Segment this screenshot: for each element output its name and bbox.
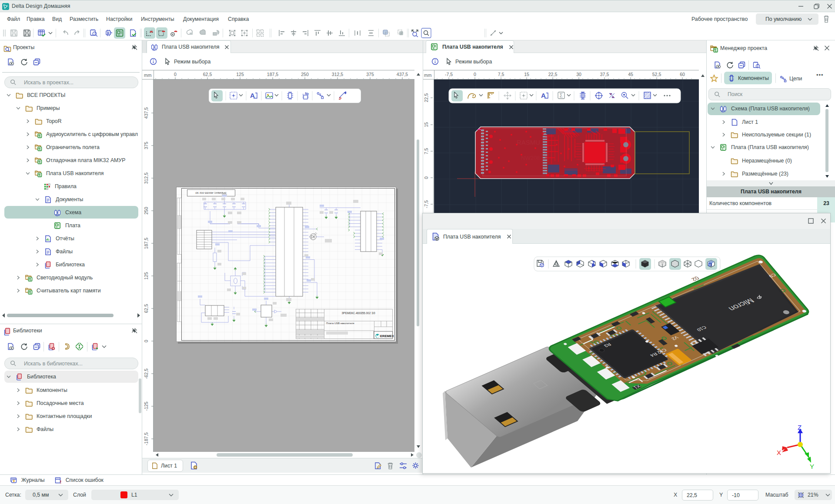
- svg-text:250: 250: [301, 72, 309, 77]
- svg-text:312,5: 312,5: [144, 172, 149, 184]
- svg-text:37,5: 37,5: [600, 72, 609, 77]
- svg-text:-125: -125: [144, 401, 149, 411]
- svg-text:ЗРЕМЕКС.469355.002 ЭЗ: ЗРЕМЕКС.469355.002 ЭЗ: [341, 312, 375, 315]
- svg-text:15: 15: [424, 122, 429, 127]
- svg-text:62,5: 62,5: [144, 304, 149, 313]
- svg-text:7,5: 7,5: [498, 72, 504, 77]
- svg-text:437,5: 437,5: [397, 72, 408, 77]
- svg-text:mm: mm: [424, 73, 432, 78]
- svg-text:X: X: [777, 449, 781, 456]
- svg-text:375: 375: [366, 72, 374, 77]
- svg-text:22,5: 22,5: [548, 72, 558, 77]
- svg-text:62,5: 62,5: [203, 72, 212, 77]
- svg-text:7,5: 7,5: [424, 148, 429, 155]
- svg-text:45: 45: [628, 72, 633, 77]
- svg-text:-62,5: -62,5: [144, 368, 149, 379]
- svg-text:0: 0: [144, 340, 149, 342]
- svg-text:15: 15: [524, 72, 529, 77]
- svg-text:RASMU: RASMU: [517, 139, 540, 146]
- svg-text:0: 0: [174, 72, 177, 77]
- svg-text:30: 30: [576, 72, 581, 77]
- svg-text:125: 125: [144, 272, 149, 280]
- svg-text:EREMEX: EREMEX: [380, 334, 394, 338]
- svg-text:125: 125: [236, 72, 244, 77]
- svg-text:-187,5: -187,5: [144, 432, 149, 445]
- svg-text:Y: Y: [810, 463, 814, 470]
- svg-text:22,5: 22,5: [424, 93, 429, 103]
- svg-text:Плата USB накопителя: Плата USB накопителя: [326, 322, 354, 325]
- svg-text:250: 250: [144, 207, 149, 215]
- svg-text:NW208: NW208: [521, 155, 540, 161]
- svg-text:375: 375: [144, 142, 149, 149]
- svg-text:187,5: 187,5: [267, 72, 278, 77]
- svg-text:-7,5: -7,5: [445, 72, 453, 77]
- svg-text:187,5: 187,5: [144, 238, 149, 249]
- svg-text:52,5: 52,5: [652, 72, 661, 77]
- svg-text:0: 0: [424, 176, 429, 179]
- svg-text:mm: mm: [144, 73, 152, 78]
- svg-text:60: 60: [680, 72, 685, 77]
- svg-text:437,5: 437,5: [144, 107, 149, 119]
- svg-text:0: 0: [474, 72, 476, 77]
- svg-text:ЗРЕМЕКС.469355.002 ЭЗ: ЗРЕМЕКС.469355.002 ЭЗ: [195, 192, 227, 194]
- svg-text:312,5: 312,5: [332, 72, 343, 77]
- svg-text:-7,5: -7,5: [424, 200, 429, 208]
- svg-text:Z: Z: [798, 424, 802, 431]
- svg-text:Σ: Σ: [560, 93, 563, 99]
